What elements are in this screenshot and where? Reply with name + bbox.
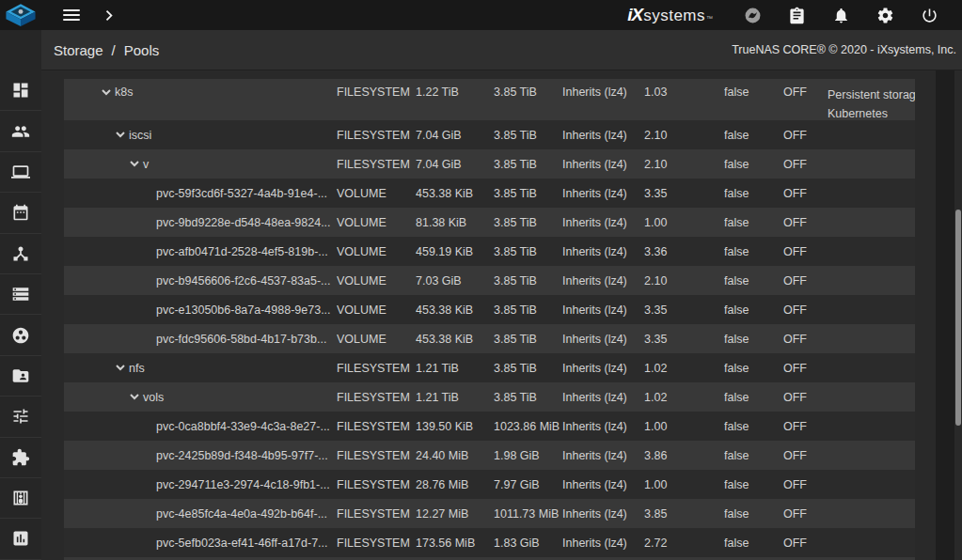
menu-toggle-button[interactable] <box>60 4 83 26</box>
topbar-actions <box>741 4 962 26</box>
sidebar-item-accounts[interactable] <box>0 111 41 151</box>
table-row[interactable]: pvc-5efb023a-ef41-46ff-a17d-7...FILESYST… <box>64 528 915 557</box>
used-cell: 12.27 MiB <box>416 507 494 521</box>
dataset-name-cell: pvc-e13050b6-8a7a-4988-9e73... <box>64 303 337 317</box>
dataset-name-cell: pvc-294711e3-2974-4c18-9fb1-... <box>64 478 337 491</box>
chevron-down-icon <box>130 161 139 167</box>
table-row[interactable]: k8sFILESYSTEM1.22 TiB3.85 TiBInherits (l… <box>64 79 915 120</box>
used-cell: 1.21 TiB <box>416 391 494 404</box>
tasks-clipboard-button[interactable] <box>785 4 808 26</box>
breadcrumb-bar: Storage / Pools TrueNAS CORE® © 2020 - i… <box>41 30 962 70</box>
reporting-icon <box>11 529 30 548</box>
type-cell: FILESYSTEM <box>337 537 416 550</box>
table-row[interactable]: iscsiFILESYSTEM7.04 GiB3.85 TiBInherits … <box>64 120 915 149</box>
type-cell: FILESYSTEM <box>337 129 416 142</box>
table-row[interactable]: pvc-e13050b6-8a7a-4988-9e73...VOLUME453.… <box>64 295 915 324</box>
breadcrumb-storage[interactable]: Storage <box>54 42 103 58</box>
readonly-cell: false <box>724 274 783 288</box>
sidebar-item-directory-services[interactable] <box>0 315 41 355</box>
table-row[interactable]: pvc-fdc95606-58bd-4b17-b73b...VOLUME453.… <box>64 324 915 353</box>
dataset-name-cell: iscsi <box>64 129 337 142</box>
dataset-name: pvc-59f3cd6f-5327-4a4b-91e4-... <box>156 187 327 200</box>
dataset-name: pvc-9bd9228e-d548-48ea-9824... <box>156 216 331 229</box>
chevron-right-icon <box>101 7 118 24</box>
compression-ratio-cell: 1.00 <box>644 216 724 229</box>
power-button[interactable] <box>918 4 940 26</box>
readonly-cell: false <box>724 537 783 550</box>
network-icon <box>11 244 30 263</box>
table-row[interactable]: pvc-0ca8bbf4-33e9-4c3a-8e27-...FILESYSTE… <box>64 412 915 441</box>
compression-ratio-cell: 3.35 <box>644 333 724 346</box>
table-row[interactable]: pvc-2425b89d-f348-4b95-97f7-...FILESYSTE… <box>64 441 915 470</box>
expand-toggle[interactable] <box>130 161 139 167</box>
table-row[interactable]: pvc-4e85fc4a-4e0a-492b-b64f-...FILESYSTE… <box>64 499 915 528</box>
dedup-cell: OFF <box>783 420 828 433</box>
available-cell: 3.85 TiB <box>494 187 562 200</box>
type-cell: FILESYSTEM <box>337 79 416 99</box>
used-cell: 459.19 KiB <box>416 245 494 258</box>
expand-toggle[interactable] <box>102 89 111 96</box>
truecommand-button[interactable] <box>741 4 764 26</box>
compression-ratio-cell: 1.02 <box>644 391 724 404</box>
dataset-name-cell: vols <box>64 391 337 404</box>
available-cell: 7.97 GiB <box>494 478 562 491</box>
ixsystems-logo[interactable]: iX systems ™ <box>627 5 713 25</box>
readonly-cell: false <box>724 245 783 258</box>
breadcrumb-pools[interactable]: Pools <box>124 42 160 58</box>
type-cell: VOLUME <box>337 187 416 200</box>
sidebar-item-plugins[interactable] <box>0 438 41 478</box>
compression-ratio-cell: 2.10 <box>644 129 724 142</box>
table-row[interactable]: pvc-afb0471d-2528-4ef5-819b-...VOLUME459… <box>64 237 915 266</box>
compression-cell: Inherits (lz4) <box>562 187 644 200</box>
readonly-cell: false <box>724 187 783 200</box>
available-cell: 3.85 TiB <box>494 216 562 229</box>
sidebar-item-sharing[interactable] <box>0 356 41 397</box>
readonly-cell: false <box>724 507 783 521</box>
sidebar-item-system[interactable] <box>0 152 41 193</box>
dataset-name: pvc-fdc95606-58bd-4b17-b73b... <box>156 333 326 346</box>
sidebar-item-services[interactable] <box>0 397 41 437</box>
table-scroll-track[interactable] <box>936 70 954 560</box>
sidebar-item-dashboard[interactable] <box>0 70 41 111</box>
available-cell: 3.85 TiB <box>494 391 562 404</box>
compression-ratio-cell: 1.02 <box>644 362 724 375</box>
dataset-name: pvc-4e85fc4a-4e0a-492b-b64f-... <box>156 507 327 521</box>
sidebar-item-network[interactable] <box>0 234 41 274</box>
sidebar-item-jails[interactable] <box>0 478 41 519</box>
expand-toggle[interactable] <box>116 132 125 138</box>
nav-collapse-button[interactable] <box>98 4 120 26</box>
used-cell: 173.56 MiB <box>416 537 494 550</box>
dataset-name: pvc-294711e3-2974-4c18-9fb1-... <box>156 478 330 491</box>
ixsystems-logo-ix: iX <box>627 5 642 25</box>
settings-gear-button[interactable] <box>874 4 896 26</box>
table-row[interactable]: volsFILESYSTEM1.21 TiB3.85 TiBInherits (… <box>64 382 915 412</box>
compression-ratio-cell: 2.10 <box>644 274 724 288</box>
compression-cell: Inherits (lz4) <box>562 391 644 404</box>
used-cell: 453.38 KiB <box>416 303 494 317</box>
table-row[interactable]: pvc-294711e3-2974-4c18-9fb1-...FILESYSTE… <box>64 470 915 499</box>
available-cell: 3.85 TiB <box>494 362 562 375</box>
table-row[interactable]: nfsFILESYSTEM1.21 TiB3.85 TiBInherits (l… <box>64 353 915 382</box>
type-cell: FILESYSTEM <box>337 449 416 462</box>
readonly-cell: false <box>724 216 783 229</box>
expand-toggle[interactable] <box>130 394 139 400</box>
used-cell: 28.76 MiB <box>416 478 494 491</box>
plugins-icon <box>11 448 30 467</box>
table-row[interactable]: pvc-59f3cd6f-5327-4a4b-91e4-...VOLUME453… <box>64 179 915 208</box>
available-cell: 3.85 TiB <box>494 79 562 99</box>
chevron-down-icon <box>130 394 139 400</box>
page-scrollbar-thumb[interactable] <box>955 210 961 426</box>
table-row[interactable]: pvc-9bd9228e-d548-48ea-9824...VOLUME81.3… <box>64 208 915 237</box>
notifications-bell-button[interactable] <box>829 4 852 26</box>
compression-cell: Inherits (lz4) <box>562 303 644 317</box>
table-row[interactable]: vFILESYSTEM7.04 GiB3.85 TiBInherits (lz4… <box>64 149 915 179</box>
dataset-name-cell: pvc-2425b89d-f348-4b95-97f7-... <box>64 449 337 462</box>
notifications-bell-icon <box>832 7 850 24</box>
table-row[interactable]: pvc-b9456606-f2c6-4537-83a5-...VOLUME7.0… <box>64 266 915 295</box>
sidebar-item-tasks[interactable] <box>0 193 41 233</box>
dedup-cell: OFF <box>783 129 828 142</box>
truenas-app-window: iX systems ™ Storage / Pools TrueNAS COR… <box>0 0 962 560</box>
expand-toggle[interactable] <box>116 365 125 371</box>
sidebar-item-storage[interactable] <box>0 274 41 315</box>
sidebar-item-reporting[interactable] <box>0 519 41 559</box>
